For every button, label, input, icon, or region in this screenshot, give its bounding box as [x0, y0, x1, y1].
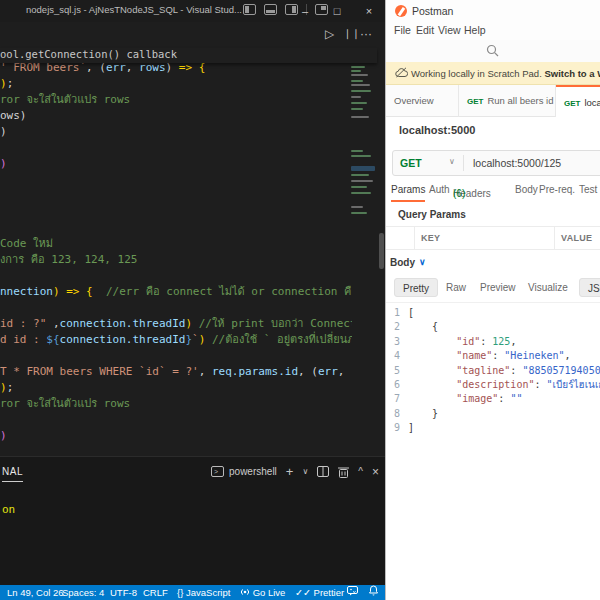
request-tabs-bar: Overview GETRun all beers id 1 GETlocalh… [386, 85, 600, 117]
tab-body[interactable]: Body [515, 184, 538, 195]
tab-auth[interactable]: Auth [429, 184, 450, 195]
close-button[interactable]: × [353, 0, 385, 22]
language-mode[interactable]: {} JavaScript [177, 585, 230, 600]
status-bar: Ln 49, Col 26 Spaces: 4 UTF-8 CRLF {} Ja… [0, 585, 385, 600]
terminal-icon: > [211, 466, 224, 477]
menu-edit[interactable]: Edit [416, 24, 434, 36]
indentation[interactable]: Spaces: 4 [62, 585, 104, 600]
search-icon[interactable] [486, 44, 499, 57]
braces-icon: {} [177, 587, 183, 598]
value-column-header: VALUE [561, 233, 592, 243]
maximize-panel-icon[interactable]: ^ [358, 466, 363, 477]
encoding[interactable]: UTF-8 [110, 585, 137, 600]
view-preview[interactable]: Preview [480, 278, 516, 297]
postman-search-row [386, 40, 600, 62]
view-json-dropdown[interactable]: JSO [579, 278, 600, 297]
switch-workspace-link[interactable]: Switch to a Worksp [544, 68, 600, 79]
eol-sequence[interactable]: CRLF [143, 585, 168, 600]
view-raw[interactable]: Raw [446, 278, 466, 297]
scratchpad-banner: Working locally in Scratch Pad. Switch t… [386, 62, 600, 85]
vscode-window: nodejs_sql.js - AjNesTNodeJS_SQL - Visua… [0, 0, 385, 600]
double-check-icon: ✓✓ [295, 587, 311, 598]
terminal-output[interactable]: on [2, 503, 15, 516]
editor-scrollbar[interactable] [378, 62, 385, 456]
sticky-scroll-line[interactable]: ool.getConnection() callback [0, 48, 377, 63]
postman-menubar: File Edit View Help [386, 22, 600, 40]
response-body-label[interactable]: Body [390, 257, 415, 268]
url-bar: GET ∨ localhost:5000/125 [392, 150, 600, 176]
toggle-sidebar-icon[interactable] [243, 4, 256, 15]
broadcast-icon [240, 587, 250, 598]
terminal-dropdown-icon[interactable]: ∨ [302, 467, 308, 476]
headers-count-badge: (6) [453, 188, 465, 199]
request-config-tabs: Params Auth Headers (6) Body Pre-req. Te… [386, 180, 600, 204]
notifications-bell-icon[interactable] [368, 585, 379, 600]
chevron-down-icon[interactable]: ∨ [449, 157, 455, 166]
key-column-header: KEY [421, 233, 440, 243]
more-actions-icon[interactable]: ··· [360, 27, 372, 41]
minimap[interactable] [351, 62, 377, 456]
menu-file[interactable]: File [394, 24, 411, 36]
query-params-label: Query Params [398, 209, 466, 220]
screen: nodejs_sql.js - AjNesTNodeJS_SQL - Visua… [0, 0, 600, 600]
terminal-actions: > powershell + ∨ ^ × [211, 464, 379, 479]
run-code-icon[interactable]: ▷ [325, 27, 334, 41]
request-title: localhost:5000 [399, 124, 475, 136]
terminal-panel: NAL > powershell + ∨ ^ × on [0, 456, 385, 585]
go-live-button[interactable]: Go Live [240, 585, 285, 600]
view-pretty[interactable]: Pretty [394, 278, 438, 297]
tab-overview[interactable]: Overview [386, 85, 459, 117]
response-json-viewer: 1[2 {3 "id": 125,4 "name": "Heineken",5 … [386, 302, 600, 600]
view-visualize[interactable]: Visualize [528, 278, 568, 297]
minimize-button[interactable]: – [289, 0, 321, 22]
split-editor-icon[interactable]: ❘❘ [343, 28, 360, 39]
toggle-panel-icon[interactable] [264, 4, 277, 15]
new-terminal-icon[interactable]: + [286, 464, 294, 479]
tab-pre-request[interactable]: Pre-req. [539, 184, 575, 195]
response-body-selector: Body ∨ [386, 252, 600, 276]
maximize-button[interactable]: □ [321, 0, 353, 22]
postman-window: Postman File Edit View Help Working loca… [385, 0, 600, 600]
tab-tests[interactable]: Test [579, 184, 597, 195]
menu-help[interactable]: Help [464, 24, 486, 36]
vscode-window-title: nodejs_sql.js - AjNesTNodeJS_SQL - Visua… [26, 4, 242, 15]
menu-view[interactable]: View [438, 24, 461, 36]
postman-titlebar: Postman [386, 0, 600, 22]
url-input[interactable]: localhost:5000/125 [473, 157, 561, 169]
cursor-position[interactable]: Ln 49, Col 26 [7, 585, 64, 600]
close-panel-icon[interactable]: × [372, 465, 379, 479]
params-table-header: KEY VALUE [386, 226, 600, 250]
feedback-icon[interactable] [347, 585, 358, 600]
editor-toolbar: ▷ ❘❘ ··· [0, 22, 385, 48]
postman-logo-icon [395, 5, 407, 17]
offline-cloud-icon [395, 67, 408, 78]
code-lines[interactable]: ' FROM beers`, (err, rows) => {);ror จะใ… [0, 62, 352, 444]
postman-app-name: Postman [412, 5, 453, 17]
kill-terminal-icon[interactable] [338, 466, 349, 478]
tab-run-all-beers[interactable]: GETRun all beers id 1 [459, 85, 556, 117]
method-select[interactable]: GET [400, 157, 422, 169]
prettier-button[interactable]: ✓✓ Prettier [295, 585, 344, 600]
url-separator [463, 155, 464, 171]
body-dropdown-chevron-icon[interactable]: ∨ [419, 257, 426, 267]
scrollbar-thumb[interactable] [379, 233, 384, 269]
shell-label: powershell [229, 466, 277, 477]
tab-params[interactable]: Params [391, 184, 425, 202]
code-editor[interactable]: ' FROM beers`, (err, rows) => {);ror จะใ… [0, 62, 385, 456]
shell-selector[interactable]: > powershell [211, 466, 277, 477]
window-controls: – □ × [289, 0, 385, 22]
tab-localhost-active[interactable]: GETlocalho [556, 85, 600, 117]
response-view-tabs: Pretty Raw Preview Visualize JSO [386, 276, 600, 300]
split-terminal-icon[interactable] [317, 466, 329, 477]
vscode-titlebar: nodejs_sql.js - AjNesTNodeJS_SQL - Visua… [0, 0, 385, 22]
terminal-tab[interactable]: NAL [2, 466, 23, 482]
banner-text: Working locally in Scratch Pad. Switch t… [411, 62, 600, 85]
